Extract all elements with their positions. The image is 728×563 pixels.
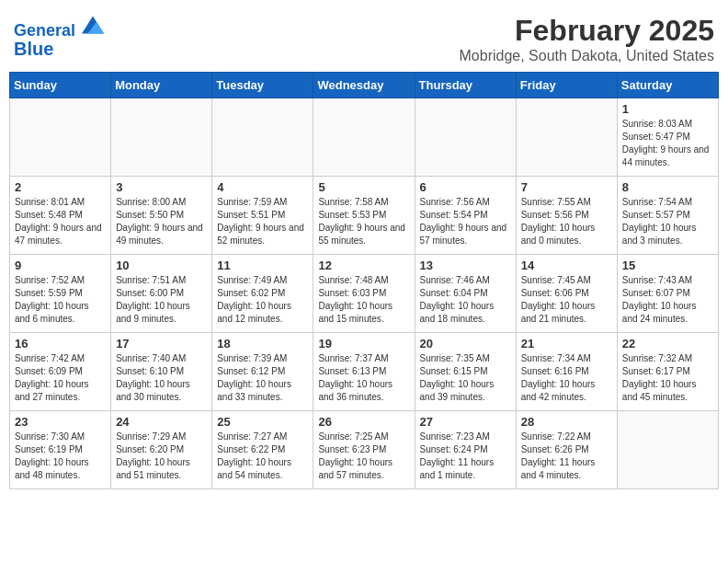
day-number: 15 [622, 259, 713, 272]
week-row-3: 9Sunrise: 7:52 AM Sunset: 5:59 PM Daylig… [10, 255, 719, 333]
calendar-cell: 23Sunrise: 7:30 AM Sunset: 6:19 PM Dayli… [10, 411, 111, 489]
day-info: Sunrise: 7:32 AM Sunset: 6:17 PM Dayligh… [622, 352, 713, 404]
day-number: 16 [15, 337, 106, 350]
day-info: Sunrise: 7:56 AM Sunset: 5:54 PM Dayligh… [420, 196, 511, 247]
day-number: 3 [116, 180, 207, 194]
calendar-cell [617, 411, 718, 489]
calendar-table: SundayMondayTuesdayWednesdayThursdayFrid… [9, 72, 719, 489]
day-info: Sunrise: 7:43 AM Sunset: 6:07 PM Dayligh… [622, 274, 713, 326]
day-number: 18 [217, 337, 308, 350]
day-number: 11 [217, 259, 308, 272]
calendar-cell: 3Sunrise: 8:00 AM Sunset: 5:50 PM Daylig… [111, 177, 212, 255]
calendar-header-row: SundayMondayTuesdayWednesdayThursdayFrid… [10, 73, 719, 98]
day-number: 8 [622, 180, 713, 194]
col-header-thursday: Thursday [415, 73, 516, 98]
day-number: 6 [420, 180, 511, 194]
week-row-5: 23Sunrise: 7:30 AM Sunset: 6:19 PM Dayli… [10, 411, 719, 489]
day-number: 17 [116, 337, 207, 350]
day-info: Sunrise: 8:01 AM Sunset: 5:48 PM Dayligh… [15, 196, 106, 247]
day-number: 26 [318, 415, 409, 429]
day-number: 22 [622, 337, 713, 350]
calendar-cell: 7Sunrise: 7:55 AM Sunset: 5:56 PM Daylig… [516, 177, 617, 255]
col-header-monday: Monday [111, 73, 212, 98]
calendar-cell: 18Sunrise: 7:39 AM Sunset: 6:12 PM Dayli… [212, 333, 313, 411]
calendar-cell: 16Sunrise: 7:42 AM Sunset: 6:09 PM Dayli… [10, 333, 111, 411]
day-number: 4 [217, 180, 308, 194]
calendar-cell: 4Sunrise: 7:59 AM Sunset: 5:51 PM Daylig… [212, 177, 313, 255]
day-info: Sunrise: 7:54 AM Sunset: 5:57 PM Dayligh… [622, 196, 713, 247]
page-container: General Blue February 2025 Mobridge, Sou… [9, 9, 719, 489]
day-number: 24 [116, 415, 207, 429]
col-header-friday: Friday [516, 73, 617, 98]
day-number: 25 [217, 415, 308, 429]
day-number: 1 [622, 102, 713, 116]
day-number: 7 [521, 180, 612, 194]
calendar-cell: 11Sunrise: 7:49 AM Sunset: 6:02 PM Dayli… [212, 255, 313, 333]
col-header-saturday: Saturday [617, 73, 718, 98]
calendar-cell: 21Sunrise: 7:34 AM Sunset: 6:16 PM Dayli… [516, 333, 617, 411]
calendar-cell: 8Sunrise: 7:54 AM Sunset: 5:57 PM Daylig… [617, 177, 718, 255]
day-number: 14 [521, 259, 612, 272]
calendar-cell: 20Sunrise: 7:35 AM Sunset: 6:15 PM Dayli… [415, 333, 516, 411]
day-info: Sunrise: 7:58 AM Sunset: 5:53 PM Dayligh… [318, 196, 409, 247]
calendar-cell: 12Sunrise: 7:48 AM Sunset: 6:03 PM Dayli… [313, 255, 415, 333]
logo: General Blue [14, 14, 104, 60]
calendar-cell [10, 98, 111, 177]
day-info: Sunrise: 7:39 AM Sunset: 6:12 PM Dayligh… [217, 352, 308, 404]
day-info: Sunrise: 8:03 AM Sunset: 5:47 PM Dayligh… [622, 118, 713, 169]
calendar-cell [111, 98, 212, 177]
calendar-cell: 14Sunrise: 7:45 AM Sunset: 6:06 PM Dayli… [516, 255, 617, 333]
calendar-cell: 10Sunrise: 7:51 AM Sunset: 6:00 PM Dayli… [111, 255, 212, 333]
day-info: Sunrise: 7:37 AM Sunset: 6:13 PM Dayligh… [318, 352, 409, 404]
col-header-wednesday: Wednesday [313, 73, 415, 98]
calendar-cell: 17Sunrise: 7:40 AM Sunset: 6:10 PM Dayli… [111, 333, 212, 411]
day-info: Sunrise: 7:48 AM Sunset: 6:03 PM Dayligh… [318, 274, 409, 326]
day-info: Sunrise: 7:35 AM Sunset: 6:15 PM Dayligh… [420, 352, 511, 404]
calendar-cell [313, 98, 415, 177]
calendar-cell [212, 98, 313, 177]
day-info: Sunrise: 7:52 AM Sunset: 5:59 PM Dayligh… [15, 274, 106, 326]
calendar-cell [415, 98, 516, 177]
day-info: Sunrise: 7:49 AM Sunset: 6:02 PM Dayligh… [217, 274, 308, 326]
day-info: Sunrise: 7:51 AM Sunset: 6:00 PM Dayligh… [116, 274, 207, 326]
day-info: Sunrise: 7:46 AM Sunset: 6:04 PM Dayligh… [420, 274, 511, 326]
calendar-cell: 28Sunrise: 7:22 AM Sunset: 6:26 PM Dayli… [516, 411, 617, 489]
title-section: February 2025 Mobridge, South Dakota, Un… [460, 14, 715, 64]
day-number: 20 [420, 337, 511, 350]
day-info: Sunrise: 8:00 AM Sunset: 5:50 PM Dayligh… [116, 196, 207, 247]
week-row-2: 2Sunrise: 8:01 AM Sunset: 5:48 PM Daylig… [10, 177, 719, 255]
logo-icon [82, 14, 104, 36]
day-info: Sunrise: 7:45 AM Sunset: 6:06 PM Dayligh… [521, 274, 612, 326]
day-number: 13 [420, 259, 511, 272]
calendar-cell [516, 98, 617, 177]
day-info: Sunrise: 7:29 AM Sunset: 6:20 PM Dayligh… [116, 431, 207, 482]
calendar-cell: 19Sunrise: 7:37 AM Sunset: 6:13 PM Dayli… [313, 333, 415, 411]
day-info: Sunrise: 7:40 AM Sunset: 6:10 PM Dayligh… [116, 352, 207, 404]
day-number: 10 [116, 259, 207, 272]
day-number: 27 [420, 415, 511, 429]
day-number: 12 [318, 259, 409, 272]
day-info: Sunrise: 7:59 AM Sunset: 5:51 PM Dayligh… [217, 196, 308, 247]
calendar-cell: 27Sunrise: 7:23 AM Sunset: 6:24 PM Dayli… [415, 411, 516, 489]
day-info: Sunrise: 7:22 AM Sunset: 6:26 PM Dayligh… [521, 431, 612, 482]
calendar-cell: 24Sunrise: 7:29 AM Sunset: 6:20 PM Dayli… [111, 411, 212, 489]
day-info: Sunrise: 7:27 AM Sunset: 6:22 PM Dayligh… [217, 431, 308, 482]
calendar-cell: 5Sunrise: 7:58 AM Sunset: 5:53 PM Daylig… [313, 177, 415, 255]
calendar-cell: 2Sunrise: 8:01 AM Sunset: 5:48 PM Daylig… [10, 177, 111, 255]
week-row-1: 1Sunrise: 8:03 AM Sunset: 5:47 PM Daylig… [10, 98, 719, 177]
calendar-cell: 13Sunrise: 7:46 AM Sunset: 6:04 PM Dayli… [415, 255, 516, 333]
calendar-cell: 1Sunrise: 8:03 AM Sunset: 5:47 PM Daylig… [617, 98, 718, 177]
week-row-4: 16Sunrise: 7:42 AM Sunset: 6:09 PM Dayli… [10, 333, 719, 411]
col-header-sunday: Sunday [10, 73, 111, 98]
calendar-cell: 15Sunrise: 7:43 AM Sunset: 6:07 PM Dayli… [617, 255, 718, 333]
day-number: 9 [15, 259, 106, 272]
day-number: 2 [15, 180, 106, 194]
calendar-cell: 6Sunrise: 7:56 AM Sunset: 5:54 PM Daylig… [415, 177, 516, 255]
day-info: Sunrise: 7:23 AM Sunset: 6:24 PM Dayligh… [420, 431, 511, 482]
day-number: 5 [318, 180, 409, 194]
day-info: Sunrise: 7:30 AM Sunset: 6:19 PM Dayligh… [15, 431, 106, 482]
location-title: Mobridge, South Dakota, United States [460, 48, 715, 64]
day-info: Sunrise: 7:42 AM Sunset: 6:09 PM Dayligh… [15, 352, 106, 404]
header: General Blue February 2025 Mobridge, Sou… [9, 9, 719, 64]
calendar-cell: 26Sunrise: 7:25 AM Sunset: 6:23 PM Dayli… [313, 411, 415, 489]
